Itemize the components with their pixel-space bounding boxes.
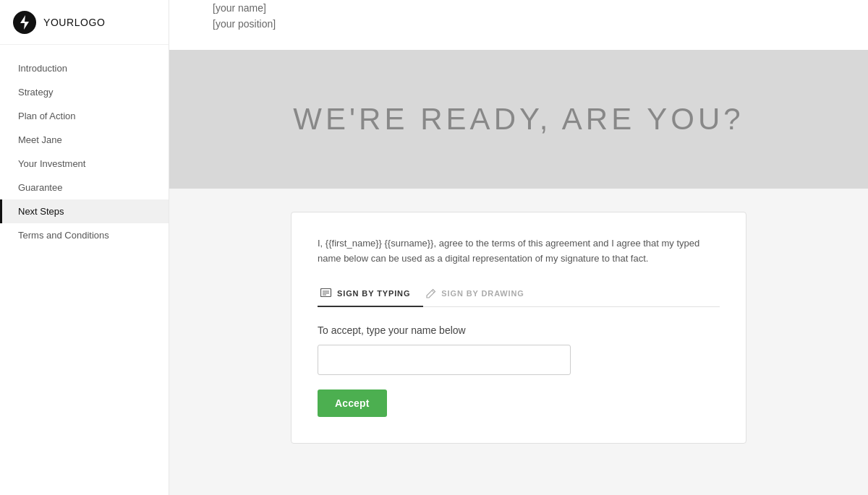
sidebar-item-meet-jane[interactable]: Meet Jane bbox=[0, 128, 169, 152]
sidebar-item-plan-of-action[interactable]: Plan of Action bbox=[0, 104, 169, 128]
sidebar-item-strategy[interactable]: Strategy bbox=[0, 80, 169, 104]
nav-list: Introduction Strategy Plan of Action Mee… bbox=[0, 45, 169, 259]
sidebar-item-your-investment[interactable]: Your Investment bbox=[0, 152, 169, 176]
card-area: I, {{first_name}} {{surname}}, agree to … bbox=[169, 189, 868, 473]
tab-typing-label: SIGN BY TYPING bbox=[337, 289, 410, 298]
svg-line-5 bbox=[432, 290, 434, 293]
typing-icon bbox=[320, 288, 332, 298]
svg-marker-0 bbox=[20, 15, 29, 30]
main-content: [your name] [your position] WE'RE READY,… bbox=[169, 0, 868, 495]
sidebar-item-terms-conditions[interactable]: Terms and Conditions bbox=[0, 223, 169, 247]
logo-text: YOURLOGO bbox=[43, 17, 105, 28]
logo-icon bbox=[13, 11, 36, 34]
name-placeholder-text: [your name] bbox=[213, 0, 825, 16]
tab-drawing-label: SIGN BY DRAWING bbox=[441, 289, 524, 298]
accept-label: To accept, type your name below bbox=[318, 324, 720, 336]
hero-text: WE'RE READY, ARE YOU? bbox=[293, 102, 744, 137]
tab-sign-by-drawing[interactable]: SIGN BY DRAWING bbox=[423, 283, 537, 307]
accept-button[interactable]: Accept bbox=[318, 389, 387, 417]
hero-banner: WE'RE READY, ARE YOU? bbox=[169, 50, 868, 189]
sidebar-item-next-steps[interactable]: Next Steps bbox=[0, 199, 169, 223]
sign-tabs: SIGN BY TYPING SIGN BY DRAWING bbox=[318, 283, 720, 307]
top-partial: [your name] [your position] bbox=[169, 0, 868, 50]
agreement-text: I, {{first_name}} {{surname}}, agree to … bbox=[318, 236, 720, 267]
sidebar-item-guarantee[interactable]: Guarantee bbox=[0, 176, 169, 199]
tab-sign-by-typing[interactable]: SIGN BY TYPING bbox=[318, 283, 423, 307]
sidebar: YOURLOGO Introduction Strategy Plan of A… bbox=[0, 0, 169, 495]
sidebar-item-introduction[interactable]: Introduction bbox=[0, 56, 169, 80]
name-input[interactable] bbox=[318, 345, 571, 375]
position-placeholder-text: [your position] bbox=[213, 16, 825, 32]
drawing-icon bbox=[426, 288, 436, 298]
logo-area: YOURLOGO bbox=[0, 0, 169, 45]
signature-card: I, {{first_name}} {{surname}}, agree to … bbox=[291, 212, 746, 444]
